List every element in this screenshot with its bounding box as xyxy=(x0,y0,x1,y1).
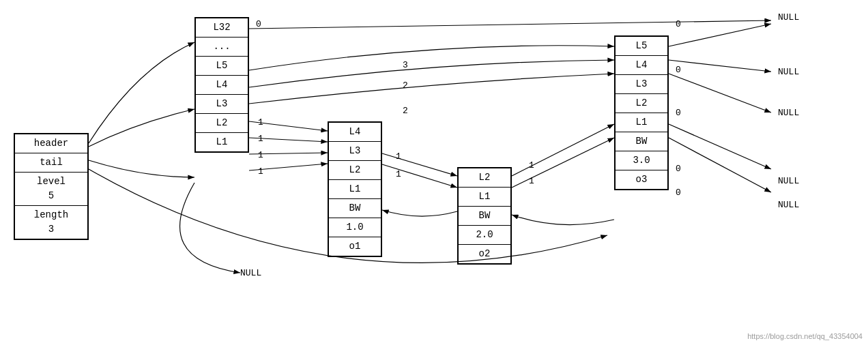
arrow-label-0-r4: 0 xyxy=(676,164,681,174)
arrow-label-2-top: 2 xyxy=(403,80,408,91)
arrow-label-1-n2l2: 1 xyxy=(396,151,401,162)
node2-array: L2 L1 BW 2.0 o2 xyxy=(457,167,512,265)
arrow-label-3: 3 xyxy=(403,60,408,70)
svg-line-6 xyxy=(382,153,457,176)
n1-score: 1.0 xyxy=(329,218,381,237)
n3-l2: L2 xyxy=(616,94,667,113)
arrow-label-0-top: 0 xyxy=(256,19,261,29)
n3-l4: L4 xyxy=(616,56,667,75)
arrow-label-1-l4: 1 xyxy=(258,117,263,128)
null-label-1: NULL xyxy=(778,12,799,23)
n1-l1: L1 xyxy=(329,180,381,199)
l5-cell: L5 xyxy=(196,57,248,76)
n3-score: 3.0 xyxy=(616,151,667,170)
n2-score: 2.0 xyxy=(459,226,510,245)
header-node: header tail level5 length3 xyxy=(14,133,89,240)
arrow-label-0-r3: 0 xyxy=(676,108,681,118)
n2-obj: o2 xyxy=(459,245,510,263)
dots-cell: ... xyxy=(196,38,248,57)
l1-cell: L1 xyxy=(196,133,248,151)
svg-line-8 xyxy=(512,124,614,176)
n2-l2: L2 xyxy=(459,168,510,188)
tail-cell: tail xyxy=(15,153,87,173)
header-cell: header xyxy=(15,134,87,153)
node1-array: L4 L3 L2 L1 BW 1.0 o1 xyxy=(328,121,382,257)
watermark: https://blog.csdn.net/qq_43354004 xyxy=(747,332,863,340)
n2-l1: L1 xyxy=(459,188,510,207)
length-cell: length3 xyxy=(15,206,87,239)
arrow-label-1-l1: 1 xyxy=(258,166,263,177)
l32-cell: L32 xyxy=(196,18,248,38)
n3-l5: L5 xyxy=(616,37,667,56)
svg-line-10 xyxy=(669,24,771,46)
level-cell: level5 xyxy=(15,173,87,206)
n3-l1: L1 xyxy=(616,113,667,132)
arrow-label-0-r1: 0 xyxy=(676,19,681,29)
arrows-svg xyxy=(0,0,868,343)
arrow-label-1-l2: 1 xyxy=(258,150,263,160)
svg-line-11 xyxy=(669,60,771,72)
n3-l3: L3 xyxy=(616,75,667,94)
l2-cell: L2 xyxy=(196,114,248,133)
arrow-label-0-r5: 0 xyxy=(676,188,681,198)
arrow-label-1-n2l1: 1 xyxy=(396,169,401,179)
n3-bw: BW xyxy=(616,132,667,151)
arrow-label-2-l2: 2 xyxy=(403,106,408,116)
n1-l4: L4 xyxy=(329,123,381,142)
svg-line-7 xyxy=(382,164,457,188)
svg-line-9 xyxy=(512,138,614,188)
arrow-label-1-l3: 1 xyxy=(258,134,263,144)
arrow-label-0-r2: 0 xyxy=(676,65,681,75)
l4-cell: L4 xyxy=(196,76,248,95)
level5-array: L32 ... L5 L4 L3 L2 L1 xyxy=(194,17,249,153)
n3-obj: o3 xyxy=(616,170,667,189)
n1-l3: L3 xyxy=(329,142,381,161)
diagram: header tail level5 length3 L32 ... L5 L4… xyxy=(0,0,868,343)
n1-bw: BW xyxy=(329,199,381,218)
null-label-2: NULL xyxy=(778,67,799,77)
null-label-4: NULL xyxy=(778,176,799,186)
svg-line-14 xyxy=(669,138,771,192)
arrow-label-1-n3l2: 1 xyxy=(529,160,534,170)
node3-array: L5 L4 L3 L2 L1 BW 3.0 o3 xyxy=(614,35,669,190)
null-label-5: NULL xyxy=(778,200,799,210)
n2-bw: BW xyxy=(459,207,510,226)
svg-line-13 xyxy=(669,124,771,169)
null-label-6: NULL xyxy=(240,268,261,278)
n1-obj: o1 xyxy=(329,237,381,256)
null-label-3: NULL xyxy=(778,108,799,118)
l3-cell: L3 xyxy=(196,95,248,114)
svg-line-1 xyxy=(249,20,771,29)
arrow-label-1-n3l1: 1 xyxy=(529,176,534,186)
n1-l2: L2 xyxy=(329,161,381,180)
svg-line-12 xyxy=(669,74,771,113)
